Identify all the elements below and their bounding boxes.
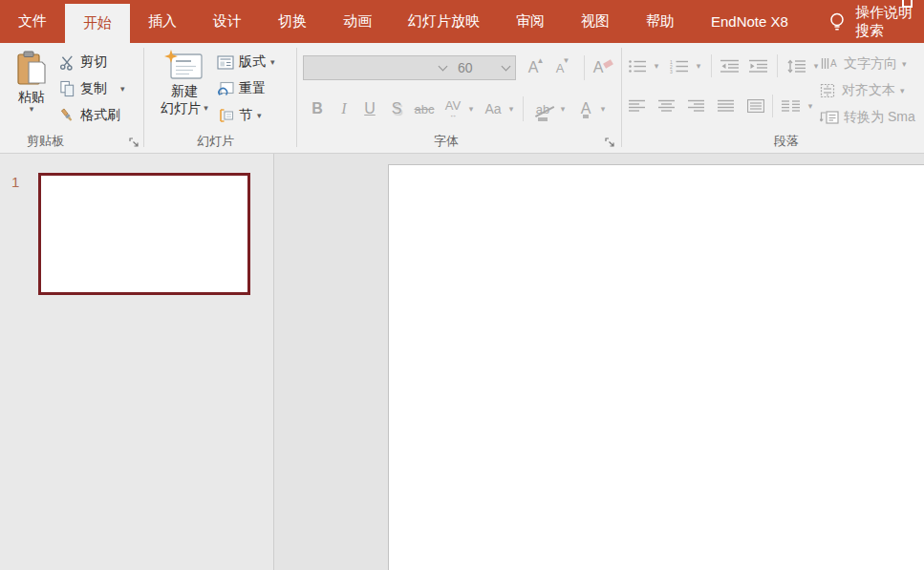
highlight-color-dropdown[interactable]: ▾ [557, 96, 569, 121]
bold-button[interactable]: B [307, 96, 328, 121]
layout-label: 版式 [239, 53, 266, 71]
shadow-glyph: S [392, 100, 402, 117]
text-direction-dropdown-caret: ▾ [902, 60, 907, 69]
character-spacing-icon: AV↔ [445, 99, 461, 119]
window-edge-artifact [902, 0, 913, 8]
align-left-button[interactable] [626, 95, 649, 117]
underline-button[interactable]: U [359, 96, 380, 121]
italic-glyph: I [341, 100, 346, 117]
underline-glyph: U [364, 100, 376, 117]
cut-button[interactable]: 剪切 [59, 51, 107, 74]
line-spacing-button[interactable] [784, 54, 809, 77]
highlight-pen-icon: ab [536, 102, 549, 116]
slide-layout-icon [217, 55, 234, 70]
copy-button[interactable]: 复制 ▾ [59, 77, 125, 100]
convert-smartart-label: 转换为 Sma [844, 109, 915, 126]
slide-number: 1 [11, 174, 19, 190]
align-text-button[interactable]: 对齐文本 ▾ [820, 79, 905, 102]
grow-font-button[interactable]: A▲ [525, 55, 549, 80]
bullets-dropdown[interactable]: ▾ [651, 54, 662, 77]
slide-canvas[interactable] [388, 164, 924, 570]
change-case-button[interactable]: Aa [481, 96, 505, 121]
ribbon-home: 粘贴 ▾ 剪切 复制 [0, 43, 924, 154]
section-button[interactable]: 节 ▾ [217, 104, 262, 127]
align-center-button[interactable] [655, 95, 678, 117]
powerpoint-window: 文件 开始 插入 设计 切换 动画 幻灯片放映 审阅 视图 帮助 EndNote… [0, 0, 924, 570]
align-text-label: 对齐文本 [842, 82, 895, 99]
tab-transitions[interactable]: 切换 [260, 0, 325, 43]
text-direction-button[interactable]: A 文字方向 ▾ [820, 53, 907, 75]
columns-button[interactable] [779, 95, 804, 117]
svg-text:3: 3 [670, 68, 673, 74]
smartart-convert-icon [820, 110, 839, 125]
change-case-glyph: Aa [484, 101, 501, 116]
increase-indent-button[interactable] [746, 54, 771, 77]
change-case-dropdown[interactable]: ▾ [505, 96, 517, 121]
font-color-icon: A [581, 100, 591, 117]
decrease-indent-button[interactable] [718, 54, 742, 77]
numbering-button[interactable]: 1 2 3 [668, 54, 691, 77]
highlight-color-button[interactable]: ab [529, 96, 556, 121]
tab-review[interactable]: 审阅 [498, 0, 563, 43]
reset-slide-icon [217, 81, 234, 96]
justify-button[interactable] [715, 95, 738, 117]
character-spacing-dropdown[interactable]: ▾ [465, 96, 477, 121]
clear-formatting-button[interactable]: A [590, 55, 616, 80]
font-group: 60 A▲ A▼ A B I U S abc AV↔ [297, 43, 621, 153]
font-color-button[interactable]: A [574, 96, 597, 121]
line-spacing-icon [787, 59, 806, 74]
format-painter-button[interactable]: 格式刷 [59, 104, 120, 127]
clipboard-dialog-launcher-icon[interactable] [129, 137, 140, 149]
tab-file[interactable]: 文件 [0, 0, 65, 43]
tab-slideshow[interactable]: 幻灯片放映 [390, 0, 498, 43]
copy-dropdown-caret: ▾ [120, 85, 125, 94]
numbering-dropdown[interactable]: ▾ [693, 54, 704, 77]
chevron-down-icon [502, 62, 511, 72]
font-name-combobox[interactable] [303, 55, 453, 80]
shrink-font-button[interactable]: A▼ [551, 55, 576, 80]
new-slide-button[interactable]: 新建 幻灯片 ▾ [154, 50, 215, 116]
eraser-icon [603, 59, 613, 69]
columns-dropdown[interactable]: ▾ [805, 95, 816, 117]
main-area: 1 [0, 154, 924, 570]
align-right-button[interactable] [685, 95, 708, 117]
character-spacing-button[interactable]: AV↔ [441, 96, 465, 121]
tab-help[interactable]: 帮助 [628, 0, 693, 43]
format-painter-icon [59, 108, 75, 124]
format-painter-label: 格式刷 [80, 107, 120, 124]
tell-me-label: 操作说明搜索 [855, 4, 924, 40]
reset-button[interactable]: 重置 [217, 77, 266, 100]
layout-button[interactable]: 版式 ▾ [217, 51, 275, 74]
tab-home[interactable]: 开始 [65, 4, 130, 43]
tab-design[interactable]: 设计 [195, 0, 260, 43]
italic-button[interactable]: I [333, 96, 355, 121]
section-label: 节 [239, 107, 252, 124]
align-left-icon [629, 99, 646, 113]
strikethrough-button[interactable]: abc [410, 96, 439, 121]
tab-endnote[interactable]: EndNote X8 [693, 0, 806, 43]
clear-formatting-glyph: A [593, 59, 604, 76]
paste-clipboard-icon [15, 50, 48, 88]
cut-label: 剪切 [80, 53, 107, 71]
slide-thumbnail-panel: 1 [0, 154, 274, 570]
slide-thumbnail-selected[interactable] [38, 173, 250, 295]
paste-button[interactable]: 粘贴 ▾ [8, 50, 55, 114]
bullet-list-icon [628, 59, 647, 74]
distribute-text-button[interactable] [744, 95, 767, 117]
text-shadow-button[interactable]: S [386, 96, 407, 121]
font-size-combobox[interactable]: 60 [452, 55, 516, 80]
paragraph-group-label: 段落 [774, 133, 799, 150]
bullets-button[interactable] [626, 54, 649, 77]
ribbon-tab-bar: 文件 开始 插入 设计 切换 动画 幻灯片放映 审阅 视图 帮助 EndNote… [0, 0, 924, 43]
new-slide-label-line2: 幻灯片 [161, 99, 201, 116]
section-icon [217, 108, 234, 123]
font-color-dropdown[interactable]: ▾ [597, 96, 609, 121]
text-direction-icon: A [820, 56, 839, 72]
convert-smartart-button[interactable]: 转换为 Sma [820, 106, 915, 129]
tab-animations[interactable]: 动画 [325, 0, 390, 43]
font-dialog-launcher-icon[interactable] [605, 137, 616, 149]
justify-icon [718, 99, 735, 113]
tab-insert[interactable]: 插入 [130, 0, 195, 43]
tab-view[interactable]: 视图 [563, 0, 628, 43]
bold-glyph: B [312, 100, 323, 117]
